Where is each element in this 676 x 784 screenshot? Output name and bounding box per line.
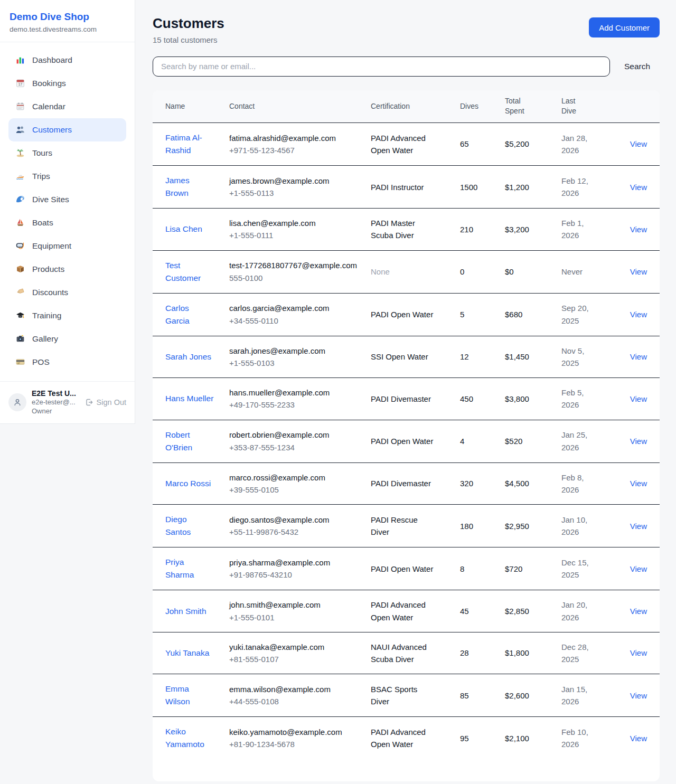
view-customer-link[interactable]: View	[630, 225, 647, 234]
customer-certification: PADI Instructor	[371, 181, 424, 193]
cell-view: View	[617, 717, 660, 760]
customer-total-spent: $520	[505, 437, 522, 446]
customer-last-dive: Never	[561, 266, 583, 278]
customer-name-link[interactable]: Carlos Garcia	[165, 302, 214, 327]
customer-name-link[interactable]: Priya Sharma	[165, 556, 214, 581]
customer-name-link[interactable]: Emma Wilson	[165, 683, 214, 708]
sidebar-item-pos[interactable]: POS	[8, 351, 126, 374]
customer-email: robert.obrien@example.com	[229, 429, 367, 441]
sidebar-item-customers[interactable]: Customers	[8, 118, 126, 141]
cell-certification: PADI Divemaster	[371, 462, 460, 505]
search-input[interactable]	[153, 56, 610, 77]
cell-name: Lisa Chen	[153, 209, 229, 251]
customer-total-spent: $1,450	[505, 352, 529, 361]
user-name: E2E Test U...	[32, 389, 76, 398]
view-customer-link[interactable]: View	[630, 310, 647, 319]
cell-total-spent: $4,500	[505, 462, 561, 505]
customer-phone: +1-555-0111	[229, 229, 367, 241]
cell-contact: hans.mueller@example.com +49-170-555-223…	[229, 378, 371, 420]
cell-total-spent: $520	[505, 420, 561, 462]
cell-total-spent: $2,850	[505, 590, 561, 632]
customer-name-link[interactable]: Hans Mueller	[165, 392, 213, 405]
cell-dives: 0	[460, 250, 505, 293]
view-customer-link[interactable]: View	[630, 479, 647, 488]
cell-contact: emma.wilson@example.com +44-555-0108	[229, 674, 371, 717]
sidebar-item-discounts[interactable]: Discounts	[8, 281, 126, 304]
customer-last-dive: Jan 15, 2026	[561, 683, 598, 708]
customer-phone: +1-555-0103	[229, 357, 367, 369]
cell-view: View	[617, 123, 660, 166]
app-root: Demo Dive Shop demo.test.divestreams.com…	[0, 0, 676, 784]
customer-last-dive: Jan 20, 2026	[561, 599, 598, 624]
tag-icon	[15, 288, 25, 297]
sidebar-item-boats[interactable]: Boats	[8, 211, 126, 234]
cell-last-dive: Never	[561, 250, 617, 293]
user-meta: E2E Test U... e2e-tester@... Owner	[32, 389, 76, 416]
sidebar-item-calendar[interactable]: Calendar	[8, 95, 126, 118]
customer-name-link[interactable]: Marco Rossi	[165, 477, 211, 490]
cell-last-dive: Jan 28, 2026	[561, 123, 617, 166]
customer-last-dive: Dec 28, 2025	[561, 641, 598, 666]
cell-name: John Smith	[153, 590, 229, 632]
sidebar-item-bookings[interactable]: 17 Bookings	[8, 72, 126, 95]
cell-total-spent: $1,200	[505, 166, 561, 209]
view-customer-link[interactable]: View	[630, 267, 647, 276]
sidebar-item-dashboard[interactable]: Dashboard	[8, 49, 126, 72]
customer-certification: PADI Advanced Open Water	[371, 599, 435, 624]
customer-last-dive: Feb 1, 2026	[561, 217, 598, 242]
sidebar: Demo Dive Shop demo.test.divestreams.com…	[0, 0, 135, 424]
customer-name-link[interactable]: Diego Santos	[165, 513, 214, 539]
view-customer-link[interactable]: View	[630, 139, 647, 148]
sidebar-item-training[interactable]: Training	[8, 304, 126, 327]
sidebar-item-dive-sites[interactable]: Dive Sites	[8, 188, 126, 211]
customer-name-link[interactable]: Yuki Tanaka	[165, 647, 209, 659]
sign-out-button[interactable]: Sign Out	[85, 398, 126, 407]
view-customer-link[interactable]: View	[630, 607, 647, 616]
customer-name-link[interactable]: Sarah Jones	[165, 351, 211, 363]
page-title: Customers	[153, 16, 224, 31]
customer-total-spent: $3,800	[505, 394, 529, 403]
sidebar-item-products[interactable]: Products	[8, 258, 126, 281]
customer-name-link[interactable]: Keiko Yamamoto	[165, 725, 214, 751]
view-customer-link[interactable]: View	[630, 394, 647, 403]
user-email: e2e-tester@...	[32, 398, 76, 407]
view-customer-link[interactable]: View	[630, 352, 647, 361]
customer-name-link[interactable]: John Smith	[165, 605, 206, 618]
customer-dives: 95	[460, 734, 469, 743]
cell-total-spent: $1,800	[505, 632, 561, 674]
view-customer-link[interactable]: View	[630, 734, 647, 743]
view-customer-link[interactable]: View	[630, 564, 647, 573]
cell-name: Diego Santos	[153, 505, 229, 547]
cell-certification: PADI Rescue Diver	[371, 505, 460, 547]
customer-name-link[interactable]: James Brown	[165, 174, 214, 200]
sidebar-item-trips[interactable]: Trips	[8, 165, 126, 188]
view-customer-link[interactable]: View	[630, 691, 647, 700]
add-customer-button[interactable]: Add Customer	[589, 17, 660, 37]
sidebar-item-gallery[interactable]: Gallery	[8, 327, 126, 351]
customers-table-card: Name Contact Certification Dives Total S…	[153, 90, 660, 782]
customer-name-link[interactable]: Test Customer	[165, 259, 214, 285]
customer-email: yuki.tanaka@example.com	[229, 641, 367, 653]
view-customer-link[interactable]: View	[630, 183, 647, 192]
customer-dives: 1500	[460, 183, 477, 192]
user-role: Owner	[32, 407, 76, 416]
cell-contact: fatima.alrashid@example.com +971-55-123-…	[229, 123, 371, 166]
table-row: Marco Rossi marco.rossi@example.com +39-…	[153, 462, 660, 505]
search-button[interactable]: Search	[624, 62, 650, 71]
sidebar-item-label: Calendar	[32, 102, 65, 111]
cell-certification: PADI Advanced Open Water	[371, 590, 460, 632]
view-customer-link[interactable]: View	[630, 522, 647, 531]
customer-last-dive: Feb 12, 2026	[561, 175, 598, 200]
customer-email: emma.wilson@example.com	[229, 683, 367, 695]
cell-last-dive: Jan 20, 2026	[561, 590, 617, 632]
customer-last-dive: Jan 10, 2026	[561, 514, 598, 539]
sidebar-item-equipment[interactable]: Equipment	[8, 234, 126, 258]
view-customer-link[interactable]: View	[630, 648, 647, 657]
customer-name-link[interactable]: Robert O'Brien	[165, 429, 214, 454]
cell-contact: carlos.garcia@example.com +34-555-0110	[229, 293, 371, 336]
sidebar-item-tours[interactable]: Tours	[8, 141, 126, 165]
customer-name-link[interactable]: Fatima Al-Rashid	[165, 131, 214, 157]
customer-phone: +81-90-1234-5678	[229, 738, 367, 750]
view-customer-link[interactable]: View	[630, 437, 647, 446]
customer-name-link[interactable]: Lisa Chen	[165, 223, 202, 235]
